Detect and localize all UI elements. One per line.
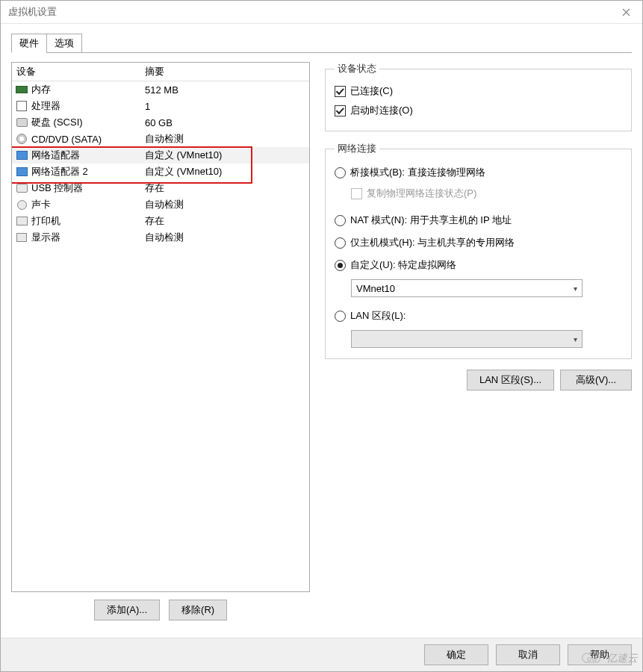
device-row-display[interactable]: 显示器 自动检测: [12, 229, 309, 246]
device-table-header: 设备 摘要: [12, 63, 309, 81]
radio-icon: [335, 237, 346, 249]
printer-icon: [15, 215, 28, 227]
device-status-legend: 设备状态: [335, 62, 379, 75]
bridged-label: 桥接模式(B): 直接连接物理网络: [350, 166, 485, 179]
custom-radio[interactable]: 自定义(U): 特定虚拟网络: [335, 254, 622, 276]
titlebar: 虚拟机设置: [1, 1, 642, 24]
device-status-group: 设备状态 已连接(C) 启动时连接(O): [325, 62, 632, 131]
radio-icon: [335, 311, 346, 322]
help-button[interactable]: 帮助: [568, 644, 632, 665]
ok-button[interactable]: 确定: [424, 644, 488, 665]
dialog-body: 硬件 选项 设备 摘要 内存 512 MB: [1, 24, 642, 639]
custom-network-select[interactable]: VMnet10 ▾: [351, 279, 583, 297]
custom-label: 自定义(U): 特定虚拟网络: [350, 258, 456, 272]
device-row-network-adapter-2[interactable]: 网络适配器 2 自定义 (VMnet10): [12, 164, 309, 180]
right-buttons: LAN 区段(S)... 高级(V)...: [325, 370, 632, 391]
lan-segment-row: ▾: [351, 330, 622, 348]
network-icon: [15, 149, 28, 161]
advanced-button[interactable]: 高级(V)...: [560, 370, 632, 391]
device-row-memory[interactable]: 内存 512 MB: [12, 81, 309, 98]
nat-radio[interactable]: NAT 模式(N): 用于共享主机的 IP 地址: [335, 209, 622, 231]
close-icon: [622, 8, 630, 16]
hostonly-radio[interactable]: 仅主机模式(H): 与主机共享的专用网络: [335, 231, 622, 254]
network-icon: [15, 166, 28, 178]
device-row-sound[interactable]: 声卡 自动检测: [12, 196, 309, 213]
chevron-down-icon: ▾: [574, 335, 577, 343]
nat-label: NAT 模式(N): 用于共享主机的 IP 地址: [350, 214, 512, 227]
radio-icon: [335, 215, 346, 226]
remove-button[interactable]: 移除(R): [169, 600, 227, 620]
custom-network-value: VMnet10: [356, 283, 395, 294]
device-table: 设备 摘要 内存 512 MB 处理器 1: [11, 62, 310, 592]
custom-network-row: VMnet10 ▾: [351, 279, 622, 297]
lan-segment-select: ▾: [351, 330, 583, 348]
bridged-radio[interactable]: 桥接模式(B): 直接连接物理网络: [335, 161, 622, 184]
tab-options[interactable]: 选项: [46, 34, 82, 53]
usb-icon: [15, 182, 28, 194]
add-button[interactable]: 添加(A)...: [94, 600, 160, 620]
left-pane: 设备 摘要 内存 512 MB 处理器 1: [11, 62, 310, 620]
device-row-usb[interactable]: USB 控制器 存在: [12, 180, 309, 196]
network-connection-legend: 网络连接: [335, 142, 379, 155]
tab-hardware[interactable]: 硬件: [11, 34, 47, 53]
checkbox-icon: [351, 188, 362, 199]
tabs: 硬件 选项: [11, 34, 632, 53]
device-row-cddvd[interactable]: CD/DVD (SATA) 自动检测: [12, 131, 309, 147]
close-button[interactable]: [609, 1, 642, 23]
col-device[interactable]: 设备: [16, 65, 145, 78]
window-title: 虚拟机设置: [8, 1, 57, 23]
panes: 设备 摘要 内存 512 MB 处理器 1: [11, 62, 632, 620]
hdd-icon: [15, 116, 28, 128]
device-row-processor[interactable]: 处理器 1: [12, 98, 309, 114]
radio-icon: [335, 167, 346, 178]
device-row-hdd[interactable]: 硬盘 (SCSI) 60 GB: [12, 114, 309, 131]
cpu-icon: [15, 100, 28, 112]
lan-segment-label: LAN 区段(L):: [350, 309, 406, 323]
memory-icon: [15, 84, 28, 96]
replicate-label: 复制物理网络连接状态(P): [367, 187, 476, 200]
cd-icon: [15, 133, 28, 145]
right-pane: 设备状态 已连接(C) 启动时连接(O) 网络连接 桥接模式(B): 直接连接物: [325, 62, 632, 620]
lan-segment-radio[interactable]: LAN 区段(L):: [335, 305, 622, 327]
vm-settings-window: 虚拟机设置 硬件 选项 设备 摘要 内存 51: [0, 0, 643, 672]
tab-underline: [11, 52, 632, 53]
lan-segments-button[interactable]: LAN 区段(S)...: [467, 370, 554, 391]
hostonly-label: 仅主机模式(H): 与主机共享的专用网络: [350, 236, 515, 249]
display-icon: [15, 231, 28, 243]
checkbox-icon: [335, 105, 346, 116]
dialog-footer: 确定 取消 帮助: [1, 638, 642, 671]
device-buttons: 添加(A)... 移除(R): [11, 600, 310, 620]
connect-at-poweron-checkbox[interactable]: 启动时连接(O): [335, 101, 622, 120]
device-row-network-adapter[interactable]: 网络适配器 自定义 (VMnet10): [12, 147, 309, 164]
replicate-checkbox: 复制物理网络连接状态(P): [351, 184, 622, 203]
device-row-printer[interactable]: 打印机 存在: [12, 213, 309, 229]
network-connection-group: 网络连接 桥接模式(B): 直接连接物理网络 复制物理网络连接状态(P) NAT…: [325, 142, 632, 359]
cancel-button[interactable]: 取消: [496, 644, 560, 665]
sound-icon: [15, 199, 28, 211]
connected-checkbox[interactable]: 已连接(C): [335, 81, 622, 101]
checkbox-icon: [335, 86, 346, 97]
radio-icon: [335, 260, 346, 271]
connect-at-poweron-label: 启动时连接(O): [350, 104, 413, 117]
connected-label: 已连接(C): [350, 84, 393, 98]
chevron-down-icon: ▾: [574, 284, 577, 293]
col-summary[interactable]: 摘要: [145, 65, 164, 78]
